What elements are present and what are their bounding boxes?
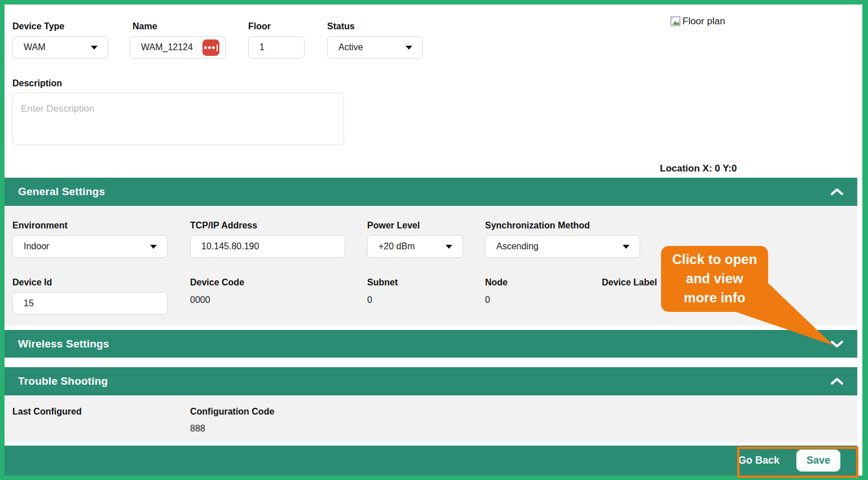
chevron-down-icon xyxy=(150,245,157,249)
power-level-value: +20 dBm xyxy=(378,241,415,252)
config-code-value: 888 xyxy=(190,424,205,434)
callout-tooltip: Click to open and view more info xyxy=(661,246,768,312)
status-label: Status xyxy=(327,21,355,32)
page-canvas: Device Type WAM Name Floor Status Active… xyxy=(5,5,862,475)
device-id-label: Device Id xyxy=(12,278,52,288)
environment-select[interactable]: Indoor xyxy=(12,235,168,258)
lastpass-dot xyxy=(212,46,215,49)
description-textarea[interactable] xyxy=(12,93,344,145)
sync-method-select[interactable]: Ascending xyxy=(485,235,640,258)
lastpass-bar xyxy=(217,45,218,51)
description-label: Description xyxy=(12,78,62,89)
chevron-up-icon[interactable] xyxy=(830,377,844,385)
page-frame: Device Type WAM Name Floor Status Active… xyxy=(0,0,868,480)
name-field-wrap xyxy=(130,36,226,59)
name-label: Name xyxy=(133,21,157,32)
node-value: 0 xyxy=(485,295,490,305)
chevron-up-icon[interactable] xyxy=(830,188,844,196)
lastpass-dot xyxy=(204,46,207,49)
tcpip-field-wrap xyxy=(190,235,345,258)
lastpass-icon[interactable] xyxy=(202,39,219,56)
environment-label: Environment xyxy=(12,221,68,231)
device-type-select[interactable]: WAM xyxy=(12,36,108,59)
last-configured-label: Last Configured xyxy=(12,407,82,417)
power-level-label: Power Level xyxy=(367,221,420,231)
callout-line-1: Click to open xyxy=(661,250,768,269)
device-id-field-wrap xyxy=(12,292,168,315)
location-xy-text: Location X: 0 Y:0 xyxy=(660,163,737,174)
lastpass-dot xyxy=(208,46,211,49)
node-label: Node xyxy=(485,278,508,288)
general-settings-header[interactable]: General Settings xyxy=(5,178,857,206)
device-type-label: Device Type xyxy=(12,21,64,32)
callout-line-2: and view xyxy=(661,269,768,288)
save-button[interactable]: Save xyxy=(796,450,840,472)
floor-label: Floor xyxy=(248,21,271,32)
status-select[interactable]: Active xyxy=(327,36,423,59)
footer-bar: Go Back Save xyxy=(5,446,857,475)
device-id-input[interactable] xyxy=(12,292,168,315)
floor-plan-broken-image: Floor plan xyxy=(670,16,725,27)
trouble-shooting-title: Trouble Shooting xyxy=(18,375,108,387)
wireless-settings-title: Wireless Settings xyxy=(18,338,109,350)
subnet-label: Subnet xyxy=(367,278,398,288)
callout-line-3: more info xyxy=(661,288,768,307)
device-code-value: 0000 xyxy=(190,295,210,305)
floor-field-wrap xyxy=(248,36,305,59)
sync-method-label: Synchronization Method xyxy=(485,221,590,231)
config-code-label: Configuration Code xyxy=(190,407,274,417)
tcpip-input[interactable] xyxy=(190,235,345,258)
sync-method-value: Ascending xyxy=(496,241,539,252)
floor-input[interactable] xyxy=(248,36,305,59)
floor-plan-alt-text: Floor plan xyxy=(682,16,725,27)
status-value: Active xyxy=(338,42,363,52)
general-settings-title: General Settings xyxy=(18,186,105,198)
subnet-value: 0 xyxy=(367,295,372,305)
trouble-shooting-body: Last Configured Configuration Code 888 xyxy=(5,395,857,443)
go-back-button[interactable]: Go Back xyxy=(738,455,779,466)
chevron-down-icon xyxy=(91,46,98,50)
chevron-down-icon xyxy=(446,245,452,249)
device-code-label: Device Code xyxy=(190,278,244,288)
device-label-label: Device Label xyxy=(602,278,657,288)
chevron-down-icon xyxy=(623,245,629,249)
broken-image-icon xyxy=(670,16,681,27)
device-type-value: WAM xyxy=(24,42,46,52)
power-level-select[interactable]: +20 dBm xyxy=(367,235,463,258)
environment-value: Indoor xyxy=(24,241,49,252)
chevron-down-icon xyxy=(406,46,412,50)
tcpip-label: TCP/IP Address xyxy=(190,221,257,231)
trouble-shooting-header[interactable]: Trouble Shooting xyxy=(5,367,857,395)
